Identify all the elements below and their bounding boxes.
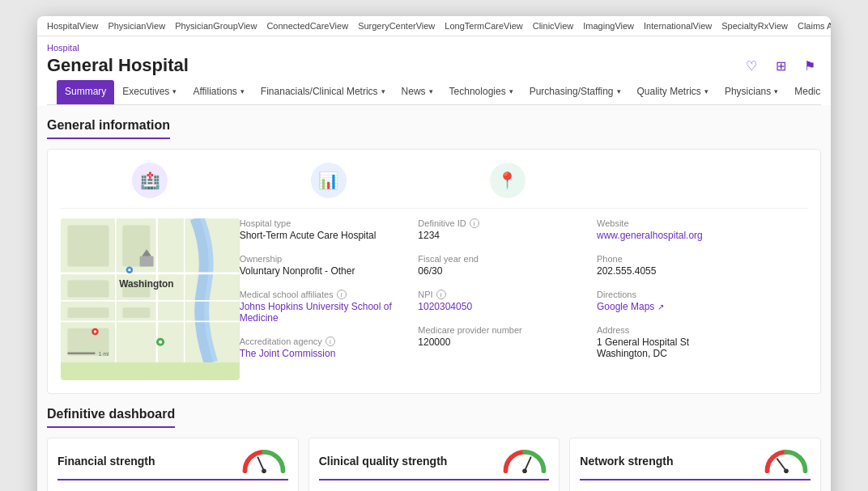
svg-point-30 [784, 468, 789, 473]
value-medicare-provider: 120000 [418, 337, 597, 348]
label-medicare-provider: Medicare provider number [418, 325, 597, 335]
svg-rect-23 [67, 352, 95, 354]
value-npi[interactable]: 1020304050 [418, 301, 597, 312]
financial-gauge [240, 448, 288, 474]
tab-affiliations[interactable]: Affiliations ▾ [185, 80, 252, 104]
field-definitive-id: Definitive ID i 1234 [418, 218, 597, 241]
tab-news[interactable]: News ▾ [394, 80, 441, 104]
top-nav-item[interactable]: SpecialtyRxView [721, 21, 788, 31]
clinical-gauge [500, 448, 549, 474]
info-circle-icon[interactable]: i [337, 290, 347, 299]
tab-executives[interactable]: Executives ▾ [114, 80, 185, 104]
tab-physicians[interactable]: Physicians ▾ [717, 80, 786, 104]
field-npi: NPI i 1020304050 [418, 290, 597, 312]
info-col-1: Hospital type Short-Term Acute Care Hosp… [240, 218, 419, 359]
top-nav-item[interactable]: LongTermCareView [445, 21, 522, 31]
svg-rect-11 [67, 307, 108, 318]
tab-financials[interactable]: Finanacials/Clinical Metrics ▾ [253, 80, 394, 104]
top-nav-item[interactable]: PhysicianView [108, 21, 165, 31]
value-website[interactable]: www.generalhospital.org [597, 230, 807, 241]
info-circle-icon[interactable]: i [470, 218, 479, 228]
top-nav-item[interactable]: ImagingView [583, 21, 634, 31]
export-icon[interactable]: ⊞ [769, 54, 792, 77]
chevron-down-icon: ▾ [172, 87, 177, 95]
clinical-card-header: Clinical quality strength [319, 448, 550, 480]
top-nav-item[interactable]: PhysicianGroupView [175, 21, 257, 31]
chevron-down-icon: ▾ [617, 87, 621, 95]
field-accreditation: Accreditation agency i The Joint Commiss… [240, 337, 419, 359]
svg-rect-7 [67, 225, 108, 266]
info-icons-row: 🏥 📊 📍 [61, 163, 807, 209]
label-medical-school: Medical school affiliates i [240, 290, 419, 299]
label-hospital-type: Hospital type [240, 218, 419, 228]
value-ownership: Voluntary Nonprofit - Other [240, 265, 419, 277]
value-address: 1 General Hospital StWashington, DC [597, 337, 807, 359]
map-svg: Washington [61, 218, 240, 362]
top-nav-item[interactable]: ClinicView [533, 21, 574, 31]
value-accreditation[interactable]: The Joint Commission [240, 348, 419, 359]
chevron-down-icon: ▾ [381, 87, 385, 95]
main-content: General information 🏥 📊 📍 [37, 105, 831, 491]
network-card-header: Network strength [580, 448, 811, 480]
flag-icon[interactable]: ⚑ [798, 54, 821, 77]
tab-purchasing[interactable]: Purchasing/Staffing ▾ [521, 80, 629, 104]
tab-quality[interactable]: Quality Metrics ▾ [629, 80, 717, 104]
favorite-icon[interactable]: ♡ [740, 54, 763, 77]
field-website: Website www.generalhospital.org [597, 218, 807, 241]
label-definitive-id: Definitive ID i [418, 218, 597, 228]
hospital-icon: 🏥 [132, 163, 168, 198]
value-definitive-id: 1234 [418, 230, 597, 241]
top-nav-item[interactable]: SurgeryCenterView [358, 21, 435, 31]
label-accreditation: Accreditation agency i [240, 337, 419, 346]
chevron-down-icon: ▾ [240, 87, 245, 95]
field-directions: Directions Google Maps ↗ [597, 290, 807, 312]
hospital-name: General Hospital [47, 55, 189, 76]
top-nav-item[interactable]: ConnectedCareView [266, 21, 348, 31]
info-grid: Hospital type Short-Term Acute Care Hosp… [61, 218, 807, 380]
field-medicare-provider: Medicare provider number 120000 [418, 325, 597, 348]
external-link-icon: ↗ [657, 303, 664, 311]
location-pin-icon: 📍 [490, 163, 525, 198]
field-address: Address 1 General Hospital StWashington,… [597, 325, 807, 359]
map-container[interactable]: Washington [61, 218, 240, 380]
bar-chart-icon: 📊 [311, 163, 347, 198]
location-icon-cell: 📍 [418, 163, 597, 198]
tab-medicare[interactable]: Medicare Claims ▾ [786, 80, 821, 104]
chevron-down-icon: ▾ [774, 87, 778, 95]
top-nav-item[interactable]: Claims Analytics [798, 21, 831, 31]
top-nav-item[interactable]: InternationalView [644, 21, 712, 31]
top-navigation: const pd = JSON.parse(document.getElemen… [37, 16, 831, 36]
page-header: Hospital General Hospital ♡ ⊞ ⚑ Summary … [37, 36, 831, 105]
value-directions[interactable]: Google Maps ↗ [597, 301, 807, 312]
info-circle-icon[interactable]: i [326, 337, 335, 346]
header-icons: ♡ ⊞ ⚑ [740, 54, 821, 77]
network-card-title: Network strength [580, 455, 673, 468]
info-col-2: Definitive ID i 1234 Fiscal year end 06/… [418, 218, 597, 348]
dashboard-title: Definitive dashboard [47, 407, 175, 428]
chart-icon-cell: 📊 [240, 163, 419, 198]
tab-technologies[interactable]: Technologies ▾ [441, 80, 521, 104]
dashboard-grid: Financial strength [47, 438, 821, 491]
svg-point-26 [262, 468, 266, 473]
label-npi: NPI i [418, 290, 597, 299]
clinical-card: Clinical quality strength [308, 438, 560, 491]
label-directions: Directions [597, 290, 807, 299]
value-hospital-type: Short-Term Acute Care Hospital [240, 230, 419, 241]
svg-point-22 [94, 330, 96, 332]
info-col-3: Website www.generalhospital.org Phone 20… [597, 218, 807, 359]
chevron-down-icon: ▾ [509, 87, 513, 95]
tab-summary[interactable]: Summary [57, 80, 114, 104]
value-medical-school[interactable]: Johns Hopkins University School of Medic… [240, 301, 419, 324]
field-fiscal-year: Fiscal year end 06/30 [418, 254, 597, 277]
label-ownership: Ownership [240, 254, 419, 264]
svg-point-28 [523, 468, 528, 473]
label-fiscal-year: Fiscal year end [418, 254, 597, 264]
general-info-card: 🏥 📊 📍 Hospital type [47, 149, 821, 394]
top-nav-item[interactable]: HospitalView [47, 21, 98, 31]
svg-rect-9 [67, 280, 108, 297]
general-info-section: General information 🏥 📊 📍 [47, 118, 821, 394]
field-phone: Phone 202.555.4055 [597, 254, 807, 277]
breadcrumb: Hospital [47, 43, 821, 53]
financial-card: Financial strength [47, 438, 299, 491]
info-circle-icon[interactable]: i [436, 290, 446, 299]
